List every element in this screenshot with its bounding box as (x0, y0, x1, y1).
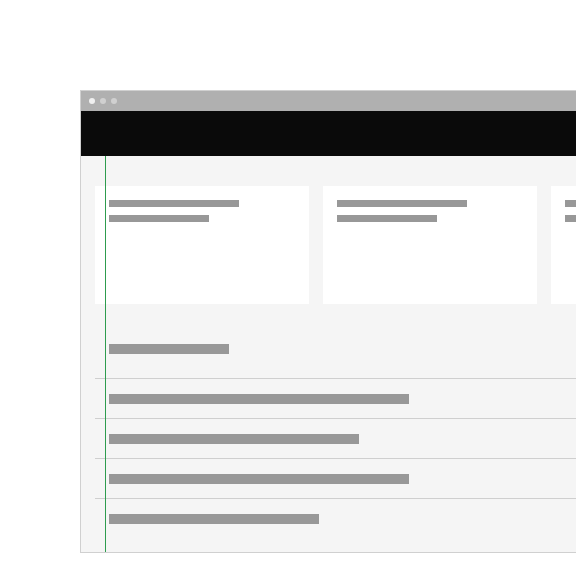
row-label-placeholder (109, 434, 359, 444)
window-titlebar (81, 91, 576, 111)
app-header (81, 111, 576, 156)
cards-row (95, 186, 576, 304)
card-subtitle-placeholder (565, 215, 576, 222)
vertical-accent-line (105, 156, 106, 552)
list-item (95, 498, 576, 538)
section-title-placeholder (109, 344, 229, 354)
page-content (81, 156, 576, 552)
close-window-icon[interactable] (89, 98, 95, 104)
minimize-window-icon[interactable] (100, 98, 106, 104)
list-item (95, 418, 576, 458)
list-item (95, 458, 576, 498)
card-subtitle-placeholder (337, 215, 437, 222)
row-label-placeholder (109, 474, 409, 484)
row-label-placeholder (109, 394, 409, 404)
list-item (95, 378, 576, 418)
maximize-window-icon[interactable] (111, 98, 117, 104)
summary-card[interactable] (323, 186, 537, 304)
summary-card[interactable] (551, 186, 576, 304)
summary-card[interactable] (95, 186, 309, 304)
card-title-placeholder (565, 200, 576, 207)
card-title-placeholder (109, 200, 239, 207)
card-title-placeholder (337, 200, 467, 207)
browser-window (80, 90, 576, 553)
card-subtitle-placeholder (109, 215, 209, 222)
expandable-rows (95, 378, 576, 538)
row-label-placeholder (109, 514, 319, 524)
